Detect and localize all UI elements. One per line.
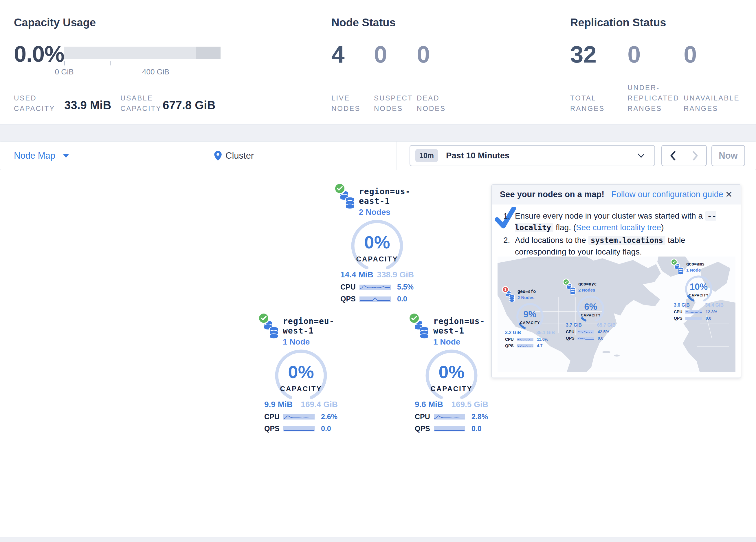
region-name: region=us-west-1 xyxy=(433,317,496,336)
total-value: 35.1 GiB xyxy=(536,330,555,335)
now-button[interactable]: Now xyxy=(711,145,745,166)
region-widget-us-west-1[interactable]: region=us-west-1 1 Node 0% CAPACITY 9.6 … xyxy=(407,315,496,433)
used-value: 14.4 MiB xyxy=(340,270,373,280)
region-header: region=us-east-1 2 Nodes xyxy=(336,185,422,217)
region-header: region=us-west-1 1 Node xyxy=(411,315,496,347)
locality-tree-link[interactable]: See current locality tree xyxy=(576,223,661,232)
cpu-value: 12.3% xyxy=(706,310,717,314)
healthy-check-icon xyxy=(671,258,678,265)
world-map-preview: 1 geo=sfo 2 Nodes 9% CAPACITY xyxy=(498,256,735,372)
time-step-forward-button[interactable] xyxy=(684,146,706,166)
breadcrumb[interactable]: Cluster xyxy=(214,141,254,170)
capacity-tick xyxy=(202,61,202,65)
node-status-title: Node Status xyxy=(331,16,396,29)
configuration-guide-link[interactable]: Follow our configuration guide xyxy=(611,190,723,199)
unavailable-count: 0 xyxy=(684,41,697,68)
total-value: 169.4 GiB xyxy=(301,400,338,409)
replication-status-title: Replication Status xyxy=(570,16,666,29)
geo-widget-nyc[interactable]: geo=nyc 2 Nodes 6% CAPACITY 3.7 GiB 65.7… xyxy=(563,280,618,341)
region-node-count[interactable]: 1 Node xyxy=(283,337,346,347)
region-widget-us-east-1[interactable]: region=us-east-1 2 Nodes 0% CAPACITY 14.… xyxy=(332,185,422,303)
cpu-row: CPU 11.0% xyxy=(505,337,555,342)
under-replicated-count: 0 xyxy=(627,41,641,68)
capacity-gauge: 0% CAPACITY xyxy=(269,349,333,399)
under-replicated-label: UNDER-REPLICATEDRANGES xyxy=(627,82,679,114)
geo-name: geo=nyc xyxy=(578,282,597,287)
geo-node-count: 2 Nodes xyxy=(518,295,536,300)
qps-label: QPS xyxy=(674,316,685,321)
qps-value: 0.0 xyxy=(321,425,331,433)
capacity-gauge: 9% CAPACITY xyxy=(514,303,546,330)
qps-value: 4.7 xyxy=(537,344,542,348)
dead-nodes-label: DEADNODES xyxy=(417,93,446,114)
region-node-count[interactable]: 1 Node xyxy=(433,337,496,347)
chevron-down-icon xyxy=(638,153,645,158)
unavailable-label: UNAVAILABLERANGES xyxy=(684,93,740,114)
database-icon xyxy=(673,260,686,275)
gauge-label: CAPACITY xyxy=(575,313,607,317)
live-nodes-count: 4 xyxy=(331,41,345,68)
region-widget-eu-west-1[interactable]: region=eu-west-1 1 Node 0% CAPACITY 9.9 … xyxy=(256,315,346,433)
gauge-percent: 6% xyxy=(575,302,607,312)
gauge-percent: 10% xyxy=(683,282,715,292)
view-mode-dropdown[interactable]: Node Map xyxy=(14,141,69,170)
used-value: 3.7 GiB xyxy=(566,323,582,328)
geo-widget-sfo[interactable]: 1 geo=sfo 2 Nodes 9% CAPACITY xyxy=(502,288,557,348)
qps-sparkline xyxy=(434,426,465,431)
gauge-label: CAPACITY xyxy=(345,255,409,263)
database-icon xyxy=(336,185,359,210)
cpu-row: CPU 42.5% xyxy=(566,330,616,334)
region-node-count[interactable]: 2 Nodes xyxy=(359,207,422,217)
map-pin-icon xyxy=(214,151,222,161)
cpu-label: CPU xyxy=(566,330,577,334)
capacity-values: 14.4 MiB 338.9 GiB xyxy=(340,270,414,280)
geo-header: geo=nyc 2 Nodes xyxy=(563,280,618,295)
qps-row: QPS 0.0 xyxy=(415,425,488,433)
geo-node-count: 2 Nodes xyxy=(578,288,597,293)
popup-steps: 1. Ensure every node in your cluster was… xyxy=(503,210,731,259)
region-header: region=eu-west-1 1 Node xyxy=(260,315,346,347)
qps-value: 0.0 xyxy=(706,316,711,321)
chevron-left-icon xyxy=(670,151,676,160)
cpu-sparkline xyxy=(685,311,702,314)
capacity-values: 3.7 GiB 65.7 GiB xyxy=(566,323,616,328)
healthy-check-icon xyxy=(563,279,570,286)
chevron-down-icon xyxy=(63,154,69,158)
used-value: 3.2 GiB xyxy=(505,330,521,335)
capacity-values: 3.6 GiB 34.4 GiB xyxy=(674,303,724,308)
time-range-dropdown[interactable]: 10m Past 10 Minutes xyxy=(410,145,655,166)
qps-value: 0.0 xyxy=(397,295,407,303)
cpu-value: 11.0% xyxy=(537,337,548,342)
qps-row: QPS 0.0 xyxy=(566,336,616,341)
total-value: 338.9 GiB xyxy=(377,270,414,280)
time-range-label: Past 10 Minutes xyxy=(446,151,509,160)
geo-header: geo=ams 1 Node xyxy=(671,260,726,275)
capacity-tick-label-400: 400 GiB xyxy=(133,67,179,76)
close-icon[interactable]: ✕ xyxy=(725,189,733,199)
popup-header: See your nodes on a map! Follow our conf… xyxy=(492,185,741,204)
time-step-control xyxy=(661,145,707,166)
capacity-tick-label-0: 0 GiB xyxy=(41,67,87,76)
time-step-back-button[interactable] xyxy=(662,146,684,166)
gauge-percent: 0% xyxy=(420,362,483,382)
cpu-value: 2.8% xyxy=(471,413,488,421)
cpu-sparkline xyxy=(283,414,315,420)
healthy-check-icon xyxy=(408,313,420,324)
geo-widget-ams[interactable]: geo=ams 1 Node 10% CAPACITY 3.6 GiB 34.4… xyxy=(671,260,726,321)
capacity-tick xyxy=(156,61,156,65)
gauge-label: CAPACITY xyxy=(269,385,333,393)
capacity-bar xyxy=(64,47,221,59)
capacity-values: 9.6 MiB 169.5 GiB xyxy=(415,400,488,409)
cpu-value: 2.6% xyxy=(321,413,337,421)
total-value: 34.4 GiB xyxy=(705,303,724,308)
cluster-summary-panel: Capacity Usage 0.0% 0 GiB 400 GiB USEDCA… xyxy=(0,0,756,124)
qps-row: QPS 0.0 xyxy=(264,425,338,433)
qps-row: QPS 0.0 xyxy=(674,316,724,321)
database-icon xyxy=(411,315,433,340)
used-value: 9.6 MiB xyxy=(415,400,443,409)
database-icon: 1 xyxy=(504,288,518,302)
region-name: region=us-east-1 xyxy=(359,187,422,206)
capacity-gauge: 10% CAPACITY xyxy=(683,276,715,303)
total-value: 169.5 GiB xyxy=(451,400,488,409)
popup-title: See your nodes on a map! xyxy=(500,190,604,199)
